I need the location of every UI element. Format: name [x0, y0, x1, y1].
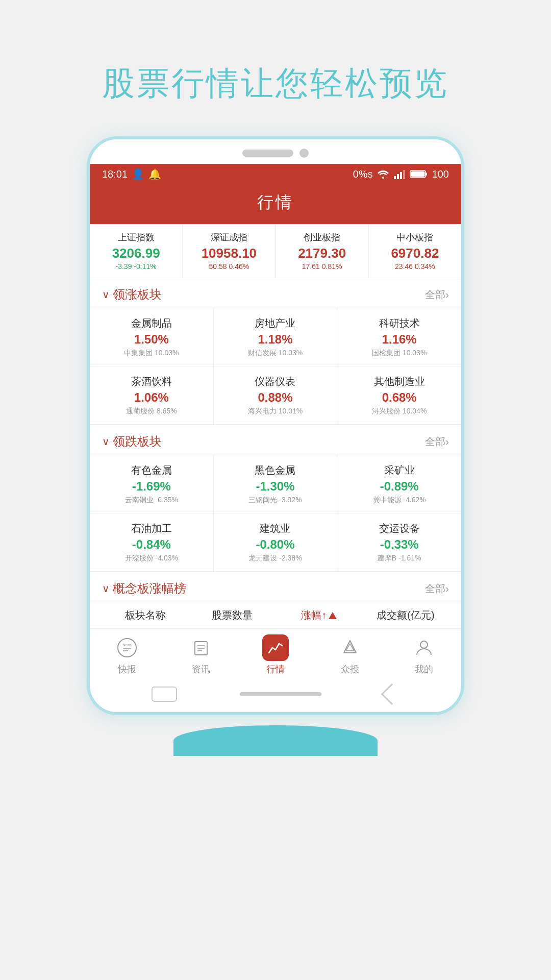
rise-sector-5[interactable]: 其他制造业 0.68% 浔兴股份 10.04%	[337, 366, 461, 425]
status-icon-signal: 🔔	[148, 168, 161, 180]
svg-point-18	[420, 641, 428, 648]
rise-sector-4[interactable]: 仪器仪表 0.88% 海兴电力 10.01%	[214, 366, 338, 425]
svg-rect-6	[411, 172, 424, 177]
fall-sector-0[interactable]: 有色金属 -1.69% 云南铜业 -6.35%	[90, 455, 214, 513]
fall-sector-1[interactable]: 黑色金属 -1.30% 三钢闽光 -3.92%	[214, 455, 338, 513]
rise-section-title: ∨ 领涨板块	[102, 286, 162, 303]
status-icon-person: 👤	[132, 168, 144, 180]
concept-col-count: 股票数量	[189, 608, 276, 622]
fall-sector-3[interactable]: 石油加工 -0.84% 开滦股份 -4.03%	[90, 513, 214, 572]
status-percent: 0%s	[353, 168, 373, 180]
index-change-zxb: 23.46 0.34%	[372, 262, 458, 271]
sort-arrow-icon	[329, 612, 337, 619]
concept-all-chevron: ›	[445, 583, 449, 595]
svg-rect-7	[425, 173, 427, 176]
index-item-szcz[interactable]: 深证成指 10958.10 50.58 0.46%	[183, 224, 276, 278]
fall-section-title: ∨ 领跌板块	[102, 433, 162, 450]
fall-sector-2[interactable]: 采矿业 -0.89% 冀中能源 -4.62%	[337, 455, 461, 513]
concept-table-header: 板块名称 股票数量 涨幅↑ 成交额(亿元)	[90, 602, 461, 629]
index-name-zxb: 中小板指	[372, 231, 458, 243]
status-left: 18:01 👤 🔔	[102, 168, 161, 180]
rise-chevron-icon: ∨	[102, 288, 110, 301]
index-name-cyb: 创业板指	[279, 231, 365, 243]
wifi-icon	[377, 169, 389, 179]
index-change-shzs: -3.39 -0.11%	[93, 262, 179, 271]
fall-all-button[interactable]: 全部 ›	[425, 435, 449, 449]
blue-wave-decoration	[0, 715, 551, 756]
fall-chevron-icon: ∨	[102, 435, 110, 448]
svg-point-8	[118, 639, 136, 657]
fall-sector-grid: 有色金属 -1.69% 云南铜业 -6.35% 黑色金属 -1.30% 三钢闽光…	[90, 455, 461, 572]
nav-item-zixun[interactable]: 资讯	[164, 634, 239, 675]
rise-all-button[interactable]: 全部 ›	[425, 288, 449, 302]
crowd-icon	[337, 634, 363, 661]
svg-rect-3	[400, 172, 402, 179]
index-change-szcz: 50.58 0.46%	[186, 262, 272, 271]
article-icon	[188, 634, 214, 661]
user-icon	[411, 634, 437, 661]
app-header: 行情	[90, 184, 461, 224]
app-title: 行情	[257, 193, 294, 211]
fall-sector-4[interactable]: 建筑业 -0.80% 龙元建设 -2.38%	[214, 513, 338, 572]
index-value-zxb: 6970.82	[372, 246, 458, 261]
rise-section-header: ∨ 领涨板块 全部 ›	[90, 278, 461, 308]
nav-item-zhongtou[interactable]: 众投	[313, 634, 387, 675]
page-title: 股票行情让您轻松预览	[0, 61, 551, 106]
svg-rect-4	[403, 170, 405, 179]
rise-sector-3[interactable]: 茶酒饮料 1.06% 通葡股份 8.65%	[90, 366, 214, 425]
concept-section-header: ∨ 概念板涨幅榜 全部 ›	[90, 572, 461, 602]
phone-square-button	[152, 687, 177, 702]
concept-col-name: 板块名称	[102, 608, 189, 622]
concept-col-volume: 成交额(亿元)	[362, 608, 449, 622]
index-row: 上证指数 3206.99 -3.39 -0.11% 深证成指 10958.10 …	[90, 224, 461, 278]
bottom-nav: News 快报 资讯	[90, 629, 461, 678]
nav-label-zhongtou: 众投	[341, 663, 359, 675]
battery-percent: 100	[432, 168, 449, 180]
phone-back-button	[381, 683, 402, 705]
rise-sector-0[interactable]: 金属制品 1.50% 中集集团 10.03%	[90, 308, 214, 366]
nav-label-wode: 我的	[415, 663, 433, 675]
nav-item-hangqing[interactable]: 行情	[238, 634, 313, 675]
nav-item-wode[interactable]: 我的	[387, 634, 461, 675]
nav-label-kuaibao: 快报	[118, 663, 136, 675]
status-right: 0%s	[353, 168, 449, 180]
battery-icon	[410, 169, 428, 179]
concept-chevron-icon: ∨	[102, 582, 110, 595]
concept-all-button[interactable]: 全部 ›	[425, 582, 449, 596]
fall-sector-5[interactable]: 交运设备 -0.33% 建摩B -1.61%	[337, 513, 461, 572]
rise-sector-1[interactable]: 房地产业 1.18% 财信发展 10.03%	[214, 308, 338, 366]
phone-top	[90, 139, 461, 164]
nav-label-hangqing: 行情	[266, 663, 285, 675]
concept-section-title: ∨ 概念板涨幅榜	[102, 580, 186, 597]
nav-item-kuaibao[interactable]: News 快报	[90, 634, 164, 675]
status-bar: 18:01 👤 🔔 0%s	[90, 164, 461, 184]
phone-speaker	[242, 150, 293, 157]
concept-col-rise[interactable]: 涨幅↑	[276, 608, 362, 622]
nav-label-zixun: 资讯	[192, 663, 210, 675]
index-name-shzs: 上证指数	[93, 231, 179, 243]
rise-all-chevron: ›	[445, 289, 449, 301]
rise-sector-grid: 金属制品 1.50% 中集集团 10.03% 房地产业 1.18% 财信发展 1…	[90, 308, 461, 425]
svg-rect-2	[397, 174, 399, 179]
index-name-szcz: 深证成指	[186, 231, 272, 243]
index-item-zxb[interactable]: 中小板指 6970.82 23.46 0.34%	[369, 224, 461, 278]
index-item-cyb[interactable]: 创业板指 2179.30 17.61 0.81%	[276, 224, 369, 278]
phone-bottom-bar	[90, 678, 461, 712]
phone-frame: 18:01 👤 🔔 0%s	[87, 136, 464, 715]
fall-section-header: ∨ 领跌板块 全部 ›	[90, 425, 461, 455]
fall-all-chevron: ›	[445, 436, 449, 448]
status-time: 18:01	[102, 168, 128, 180]
chart-icon	[262, 634, 289, 661]
phone-camera	[299, 149, 309, 158]
index-item-shzs[interactable]: 上证指数 3206.99 -3.39 -0.11%	[90, 224, 183, 278]
svg-point-0	[382, 177, 384, 179]
index-value-szcz: 10958.10	[186, 246, 272, 261]
phone-home-indicator	[240, 692, 321, 696]
index-change-cyb: 17.61 0.81%	[279, 262, 365, 271]
rise-sector-2[interactable]: 科研技术 1.16% 国检集团 10.03%	[337, 308, 461, 366]
index-value-shzs: 3206.99	[93, 246, 179, 261]
svg-text:News: News	[122, 643, 132, 647]
svg-rect-1	[394, 176, 396, 179]
signal-icon	[393, 169, 406, 179]
news-icon: News	[114, 634, 140, 661]
